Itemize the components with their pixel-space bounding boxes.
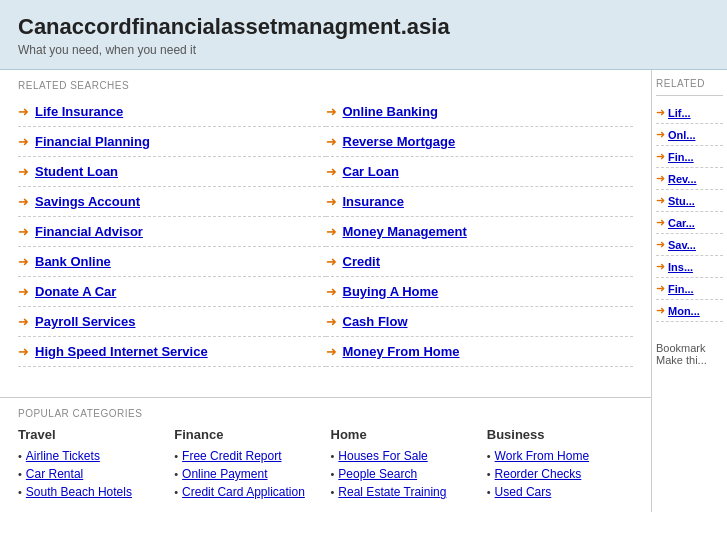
category-title: Business xyxy=(487,427,633,442)
link-anchor[interactable]: Insurance xyxy=(343,194,404,209)
left-link-item: ➜Donate A Car xyxy=(18,277,326,307)
right-panel-link-item: ➜Car... xyxy=(656,212,723,234)
list-item: Real Estate Training xyxy=(331,484,477,499)
link-anchor[interactable]: High Speed Internet Service xyxy=(35,344,208,359)
arrow-icon: ➜ xyxy=(18,134,29,149)
left-link-item: ➜Financial Planning xyxy=(18,127,326,157)
site-title: Canaccordfinancialassetmanagment.asia xyxy=(18,14,709,40)
link-anchor[interactable]: Student Loan xyxy=(35,164,118,179)
popular-categories-label: POPULAR CATEGORIES xyxy=(18,398,633,427)
category-column: HomeHouses For SalePeople SearchReal Est… xyxy=(331,427,477,502)
right-link-item: ➜Online Banking xyxy=(326,97,634,127)
category-link[interactable]: Real Estate Training xyxy=(338,485,446,499)
arrow-icon: ➜ xyxy=(656,238,665,251)
related-searches-label: RELATED SEARCHES xyxy=(0,70,651,97)
right-link-item: ➜Car Loan xyxy=(326,157,634,187)
link-anchor[interactable]: Financial Advisor xyxy=(35,224,143,239)
right-panel-anchor[interactable]: Fin... xyxy=(668,283,694,295)
link-anchor[interactable]: Money From Home xyxy=(343,344,460,359)
bookmark-line1: Bookmark xyxy=(656,342,723,354)
right-panel-link-item: ➜Mon... xyxy=(656,300,723,322)
right-panel-link-item: ➜Ins... xyxy=(656,256,723,278)
right-panel-anchor[interactable]: Ins... xyxy=(668,261,693,273)
arrow-icon: ➜ xyxy=(18,254,29,269)
category-column: BusinessWork From HomeReorder ChecksUsed… xyxy=(487,427,633,502)
right-panel-link-item: ➜Sav... xyxy=(656,234,723,256)
arrow-icon: ➜ xyxy=(656,106,665,119)
page-header: Canaccordfinancialassetmanagment.asia Wh… xyxy=(0,0,727,70)
left-link-item: ➜Payroll Services xyxy=(18,307,326,337)
right-panel-anchor[interactable]: Sav... xyxy=(668,239,696,251)
right-panel-anchor[interactable]: Mon... xyxy=(668,305,700,317)
category-link[interactable]: Work From Home xyxy=(495,449,589,463)
right-panel-anchor[interactable]: Car... xyxy=(668,217,695,229)
right-link-item: ➜Reverse Mortgage xyxy=(326,127,634,157)
link-anchor[interactable]: Donate A Car xyxy=(35,284,116,299)
link-anchor[interactable]: Financial Planning xyxy=(35,134,150,149)
categories-grid: TravelAirline TicketsCar RentalSouth Bea… xyxy=(18,427,633,502)
left-link-item: ➜Savings Account xyxy=(18,187,326,217)
arrow-icon: ➜ xyxy=(326,224,337,239)
category-link[interactable]: South Beach Hotels xyxy=(26,485,132,499)
right-link-item: ➜Buying A Home xyxy=(326,277,634,307)
right-link-item: ➜Insurance xyxy=(326,187,634,217)
arrow-icon: ➜ xyxy=(326,194,337,209)
category-link[interactable]: Houses For Sale xyxy=(338,449,427,463)
right-panel-anchor[interactable]: Lif... xyxy=(668,107,691,119)
category-column: TravelAirline TicketsCar RentalSouth Bea… xyxy=(18,427,164,502)
left-link-item: ➜Bank Online xyxy=(18,247,326,277)
link-anchor[interactable]: Life Insurance xyxy=(35,104,123,119)
link-anchor[interactable]: Savings Account xyxy=(35,194,140,209)
right-link-item: ➜Money From Home xyxy=(326,337,634,367)
right-panel-anchor[interactable]: Rev... xyxy=(668,173,697,185)
arrow-icon: ➜ xyxy=(656,282,665,295)
arrow-icon: ➜ xyxy=(18,224,29,239)
category-link[interactable]: Airline Tickets xyxy=(26,449,100,463)
category-link[interactable]: Online Payment xyxy=(182,467,267,481)
category-link[interactable]: People Search xyxy=(338,467,417,481)
left-link-item: ➜Financial Advisor xyxy=(18,217,326,247)
list-item: South Beach Hotels xyxy=(18,484,164,499)
arrow-icon: ➜ xyxy=(656,128,665,141)
list-item: Online Payment xyxy=(174,466,320,481)
link-anchor[interactable]: Money Management xyxy=(343,224,467,239)
link-anchor[interactable]: Car Loan xyxy=(343,164,399,179)
arrow-icon: ➜ xyxy=(656,216,665,229)
category-column: FinanceFree Credit ReportOnline PaymentC… xyxy=(174,427,320,502)
link-anchor[interactable]: Cash Flow xyxy=(343,314,408,329)
list-item: Free Credit Report xyxy=(174,448,320,463)
link-anchor[interactable]: Credit xyxy=(343,254,381,269)
bottom-right: Bookmark Make thi... xyxy=(656,342,723,366)
left-link-item: ➜Life Insurance xyxy=(18,97,326,127)
right-panel-anchor[interactable]: Onl... xyxy=(668,129,696,141)
right-panel-link-item: ➜Fin... xyxy=(656,146,723,168)
link-anchor[interactable]: Bank Online xyxy=(35,254,111,269)
right-panel-link-item: ➜Fin... xyxy=(656,278,723,300)
right-panel-links: ➜Lif...➜Onl...➜Fin...➜Rev...➜Stu...➜Car.… xyxy=(656,102,723,322)
category-link[interactable]: Car Rental xyxy=(26,467,83,481)
right-panel-label: RELATED xyxy=(656,78,723,96)
right-panel-anchor[interactable]: Stu... xyxy=(668,195,695,207)
right-panel-link-item: ➜Onl... xyxy=(656,124,723,146)
right-panel-link-item: ➜Stu... xyxy=(656,190,723,212)
category-link[interactable]: Free Credit Report xyxy=(182,449,281,463)
category-link[interactable]: Credit Card Application xyxy=(182,485,305,499)
link-anchor[interactable]: Buying A Home xyxy=(343,284,439,299)
popular-categories-section: POPULAR CATEGORIES TravelAirline Tickets… xyxy=(0,397,651,502)
link-anchor[interactable]: Reverse Mortgage xyxy=(343,134,456,149)
right-link-item: ➜Money Management xyxy=(326,217,634,247)
arrow-icon: ➜ xyxy=(18,104,29,119)
category-title: Finance xyxy=(174,427,320,442)
arrow-icon: ➜ xyxy=(326,314,337,329)
link-anchor[interactable]: Online Banking xyxy=(343,104,438,119)
right-panel-anchor[interactable]: Fin... xyxy=(668,151,694,163)
list-item: Houses For Sale xyxy=(331,448,477,463)
category-link[interactable]: Used Cars xyxy=(495,485,552,499)
site-subtitle: What you need, when you need it xyxy=(18,43,709,57)
arrow-icon: ➜ xyxy=(18,164,29,179)
link-anchor[interactable]: Payroll Services xyxy=(35,314,135,329)
list-item: Reorder Checks xyxy=(487,466,633,481)
arrow-icon: ➜ xyxy=(18,344,29,359)
arrow-icon: ➜ xyxy=(656,150,665,163)
category-link[interactable]: Reorder Checks xyxy=(495,467,582,481)
